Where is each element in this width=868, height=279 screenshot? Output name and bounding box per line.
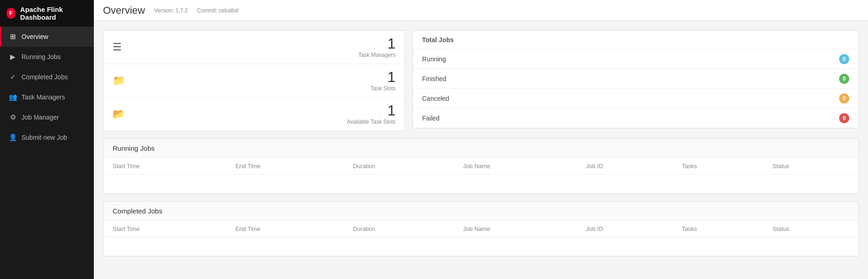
sidebar-item-overview[interactable]: Overview [0, 27, 94, 47]
submit-job-icon [9, 133, 17, 142]
failed-label: Failed [422, 115, 439, 122]
canceled-badge: 0 [839, 93, 849, 104]
running-jobs-icon [9, 53, 17, 61]
col-end-time-running: End Time [226, 158, 344, 175]
col-duration-completed: Duration [344, 221, 454, 237]
jobs-summary-panel: Total Jobs Running 0 Finished 0 Canceled… [412, 30, 859, 128]
running-jobs-header: Running Jobs [103, 139, 858, 158]
task-slots-label: Task Slots [370, 85, 396, 92]
available-slots-label: Available Task Slots [347, 119, 396, 125]
col-end-time-completed: End Time [226, 221, 344, 237]
sidebar-item-label-task-managers: Task Managers [22, 93, 65, 101]
col-job-id-running: Job ID [577, 158, 673, 175]
completed-jobs-empty-cell [103, 237, 858, 256]
completed-jobs-header: Completed Jobs [103, 202, 858, 221]
sidebar-item-label-submit-new-job: Submit new Job [22, 134, 67, 141]
task-managers-label: Task Managers [358, 52, 396, 58]
sidebar-item-completed-jobs[interactable]: Completed Jobs [0, 67, 94, 87]
col-start-time-completed: Start Time [103, 221, 226, 237]
col-start-time-running: Start Time [103, 158, 226, 175]
col-job-name-completed: Job Name [454, 221, 577, 237]
finished-label: Finished [422, 75, 446, 82]
content-area: ☰ 1 Task Managers 📁 1 Task Slots 📂 [94, 21, 868, 266]
col-job-id-completed: Job ID [577, 221, 673, 237]
jobs-summary-header: Total Jobs [413, 31, 858, 49]
available-slots-stat: 📂 1 Available Task Slots [103, 98, 405, 131]
page-title: Overview [103, 5, 145, 16]
running-jobs-header-row: Start Time End Time Duration Job Name Jo… [103, 158, 858, 175]
sidebar-item-label-completed-jobs: Completed Jobs [22, 73, 68, 81]
sidebar-item-running-jobs[interactable]: Running Jobs [0, 47, 94, 67]
running-jobs-section: Running Jobs Start Time End Time Duratio… [103, 138, 859, 194]
running-jobs-table: Start Time End Time Duration Job Name Jo… [103, 158, 858, 193]
jobs-summary-finished: Finished 0 [413, 69, 858, 89]
col-job-name-running: Job Name [454, 158, 577, 175]
sidebar: F Apache Flink Dashboard Overview Runnin… [0, 0, 94, 279]
stats-cards: ☰ 1 Task Managers 📁 1 Task Slots 📂 [103, 30, 405, 131]
app-title: Apache Flink Dashboard [20, 5, 87, 21]
version-label: Version: 1.7.2 [154, 7, 188, 14]
flink-logo-icon: F [6, 8, 16, 19]
running-label: Running [422, 55, 446, 63]
failed-badge: 0 [839, 113, 849, 123]
task-managers-stat-icon: ☰ [113, 41, 131, 53]
col-tasks-running: Tasks [673, 158, 763, 175]
topbar: Overview Version: 1.7.2 Commit: ceba8af [94, 0, 868, 21]
finished-badge: 0 [839, 74, 849, 84]
completed-jobs-header-row: Start Time End Time Duration Job Name Jo… [103, 221, 858, 237]
col-status-running: Status [763, 158, 858, 175]
task-slots-value: 1 [370, 70, 396, 84]
job-manager-icon [9, 113, 17, 121]
running-jobs-thead: Start Time End Time Duration Job Name Jo… [103, 158, 858, 175]
completed-jobs-table: Start Time End Time Duration Job Name Jo… [103, 221, 858, 256]
main-content: Overview Version: 1.7.2 Commit: ceba8af … [94, 0, 868, 279]
col-duration-running: Duration [344, 158, 454, 175]
running-badge: 0 [839, 54, 849, 64]
sidebar-item-submit-new-job[interactable]: Submit new Job [0, 127, 94, 148]
col-status-completed: Status [763, 221, 858, 237]
jobs-summary-failed: Failed 0 [413, 109, 858, 128]
completed-jobs-section: Completed Jobs Start Time End Time Durat… [103, 201, 859, 257]
jobs-summary-canceled: Canceled 0 [413, 89, 858, 109]
canceled-label: Canceled [422, 95, 449, 102]
completed-jobs-icon [9, 73, 17, 81]
task-managers-value: 1 [358, 36, 396, 51]
task-slots-stat-icon: 📁 [113, 75, 131, 87]
completed-jobs-tbody [103, 237, 858, 256]
sidebar-item-label-overview: Overview [22, 33, 48, 40]
jobs-summary-running: Running 0 [413, 49, 858, 69]
completed-jobs-empty-row [103, 237, 858, 256]
available-slots-stat-icon: 📂 [113, 108, 131, 120]
completed-jobs-thead: Start Time End Time Duration Job Name Jo… [103, 221, 858, 237]
col-tasks-completed: Tasks [673, 221, 763, 237]
commit-label: Commit: ceba8af [197, 7, 239, 14]
task-managers-icon [9, 93, 17, 101]
overview-icon [9, 33, 17, 41]
running-jobs-empty-cell [103, 175, 858, 193]
task-slots-stat: 📁 1 Task Slots [103, 64, 405, 98]
sidebar-item-label-job-manager: Job Manager [22, 114, 59, 121]
running-jobs-empty-row [103, 175, 858, 193]
running-jobs-tbody [103, 175, 858, 193]
sidebar-header: F Apache Flink Dashboard [0, 0, 94, 27]
stats-row: ☰ 1 Task Managers 📁 1 Task Slots 📂 [103, 30, 859, 131]
available-slots-value: 1 [347, 103, 396, 118]
sidebar-item-task-managers[interactable]: Task Managers [0, 87, 94, 107]
sidebar-item-label-running-jobs: Running Jobs [22, 53, 61, 60]
task-managers-stat: ☰ 1 Task Managers [103, 31, 405, 64]
sidebar-item-job-manager[interactable]: Job Manager [0, 107, 94, 127]
